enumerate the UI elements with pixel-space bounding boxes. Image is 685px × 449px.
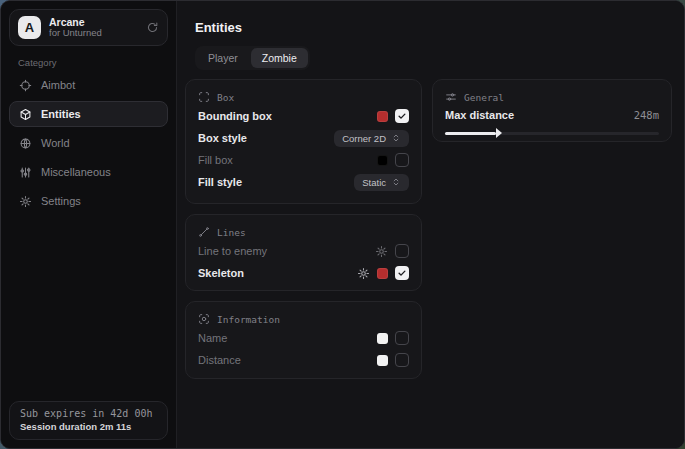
information-panel: Information Name Distance [185, 301, 422, 379]
app-window: A Arcane for Unturned Category Aimbot [0, 0, 685, 449]
panel-header-label: Box [217, 92, 234, 103]
globe-icon [19, 137, 32, 150]
sub-expiry-text: Sub expires in 42d 00h [20, 408, 157, 419]
sidebar-item-settings[interactable]: Settings [9, 188, 168, 214]
tab-zombie[interactable]: Zombie [251, 48, 308, 68]
color-swatch[interactable] [377, 355, 388, 366]
app-subtitle: for Unturned [49, 28, 102, 39]
tab-player[interactable]: Player [197, 48, 249, 68]
checkbox-checked[interactable] [395, 266, 409, 280]
vertical-sliders-icon [19, 166, 32, 179]
row-settings-gear-icon[interactable] [375, 245, 388, 258]
slider-handle[interactable] [496, 128, 502, 138]
panel-header-label: Information [217, 314, 280, 325]
lines-panel: Lines Line to enemy Skeleton [185, 214, 422, 291]
chevron-up-down-icon [391, 133, 401, 143]
sidebar-item-label: Miscellaneous [41, 166, 111, 178]
subscription-card: Sub expires in 42d 00h Session duration … [9, 401, 168, 440]
checkbox-unchecked[interactable] [395, 153, 409, 167]
setting-row-box-style: Box style Corner 2D [198, 127, 409, 149]
setting-row-max-distance: Max distance 248m [445, 105, 659, 125]
entities-icon [19, 108, 32, 121]
session-duration-text: Session duration 2m 11s [20, 421, 157, 432]
setting-row-skeleton: Skeleton [198, 262, 409, 284]
sidebar-item-label: World [41, 137, 70, 149]
sidebar-nav: Aimbot Entities World Miscellaneous [9, 72, 168, 214]
setting-row-bounding-box: Bounding box [198, 105, 409, 127]
row-settings-gear-icon[interactable] [357, 267, 370, 280]
setting-row-fill-style: Fill style Static [198, 171, 409, 193]
box-corners-icon [198, 91, 210, 103]
sidebar-item-miscellaneous[interactable]: Miscellaneous [9, 159, 168, 185]
checkbox-unchecked[interactable] [395, 331, 409, 345]
color-swatch[interactable] [377, 268, 388, 279]
fill-style-dropdown[interactable]: Static [354, 174, 409, 191]
app-logo: A [18, 16, 41, 39]
box-panel: Box Bounding box Box style Corner 2D [185, 79, 422, 204]
panel-header-label: Lines [217, 227, 246, 238]
setting-row-name: Name [198, 327, 409, 349]
diagonal-line-icon [198, 226, 210, 238]
setting-row-distance: Distance [198, 349, 409, 371]
checkbox-checked[interactable] [395, 109, 409, 123]
chevron-up-down-icon [391, 177, 401, 187]
horizontal-sliders-icon [445, 91, 457, 103]
sidebar-item-label: Aimbot [41, 79, 75, 91]
max-distance-value: 248m [634, 109, 659, 121]
sidebar-item-label: Entities [41, 108, 81, 120]
checkbox-unchecked[interactable] [395, 244, 409, 258]
general-panel: General Max distance 248m [432, 79, 672, 142]
brand-card: A Arcane for Unturned [9, 9, 168, 46]
category-label: Category [18, 57, 57, 68]
setting-row-fill-box: Fill box [198, 149, 409, 171]
sidebar-item-label: Settings [41, 195, 81, 207]
sidebar-item-world[interactable]: World [9, 130, 168, 156]
main-content: Entities Player Zombie Box Bounding box [177, 1, 684, 448]
color-swatch[interactable] [377, 111, 388, 122]
checkbox-unchecked[interactable] [395, 353, 409, 367]
gear-icon [19, 195, 32, 208]
max-distance-slider[interactable] [445, 132, 659, 135]
refresh-icon[interactable] [146, 21, 159, 34]
sidebar-item-entities[interactable]: Entities [9, 101, 168, 127]
box-style-dropdown[interactable]: Corner 2D [334, 130, 409, 147]
slider-fill [445, 132, 496, 135]
setting-row-line-to-enemy: Line to enemy [198, 240, 409, 262]
page-title: Entities [195, 20, 242, 35]
color-swatch[interactable] [377, 333, 388, 344]
focus-circle-icon [198, 313, 210, 325]
panel-header-label: General [464, 92, 504, 103]
crosshair-icon [19, 79, 32, 92]
sidebar-item-aimbot[interactable]: Aimbot [9, 72, 168, 98]
color-swatch[interactable] [377, 155, 388, 166]
tab-bar: Player Zombie [195, 46, 310, 70]
sidebar: A Arcane for Unturned Category Aimbot [1, 1, 177, 448]
